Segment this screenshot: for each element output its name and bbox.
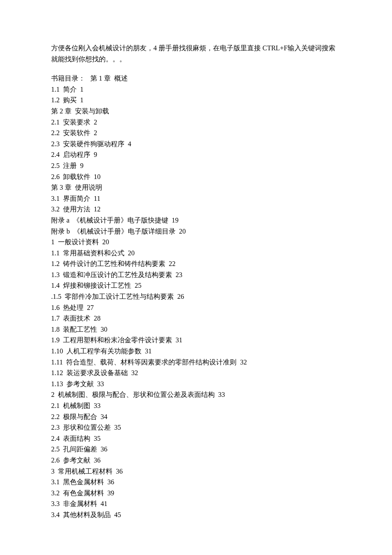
toc-line: 3 常用机械工程材料 36 <box>51 466 341 477</box>
toc-line: 1.2 铸件设计的工艺性和铸件结构要素 22 <box>51 258 341 269</box>
toc-line: 1.1 简介 1 <box>51 84 341 95</box>
toc-line: 2.6 卸载软件 10 <box>51 171 341 182</box>
toc-line: 附录 b 《机械设计手册》电子版详细目录 20 <box>51 226 341 237</box>
toc-line: 2.5 孔间距偏差 36 <box>51 444 341 455</box>
toc-line: 2.1 机械制图 33 <box>51 400 341 411</box>
toc-line: 1.4 焊接和铆接设计工艺性 25 <box>51 280 341 291</box>
toc-line: 1.1 常用基础资料和公式 20 <box>51 248 341 259</box>
toc-line: 1.2 购买 1 <box>51 95 341 106</box>
toc-line: 附录 a 《机械设计手册》电子版快捷键 19 <box>51 215 341 226</box>
toc-line: 2.2 安装软件 2 <box>51 127 341 139</box>
toc-line: 第 2 章 安装与卸载 <box>51 106 341 117</box>
toc-line: 3.3 非金属材料 41 <box>51 498 341 509</box>
toc-line: 1.11 符合造型、载荷、材料等因素要求的零部件结构设计准则 32 <box>51 357 341 368</box>
toc-line: 3.2 有色金属材料 39 <box>51 488 341 499</box>
table-of-contents: 书籍目录： 第 1 章 概述1.1 简介 11.2 购买 1第 2 章 安装与卸… <box>51 73 341 520</box>
toc-line: 3.1 界面简介 11 <box>51 193 341 204</box>
toc-line: 1.7 表面技术 28 <box>51 313 341 324</box>
toc-line: 2.4 表面结构 35 <box>51 433 341 444</box>
toc-line: 1.12 装运要求及设备基础 32 <box>51 367 341 379</box>
toc-line: 2.3 安装硬件狗驱动程序 4 <box>51 139 341 150</box>
toc-line: 1.6 热处理 27 <box>51 302 341 313</box>
toc-line: 2.1 安装要求 2 <box>51 117 341 128</box>
toc-line: 1.8 装配工艺性 30 <box>51 324 341 335</box>
toc-line: .1.5 零部件冷加工设计工艺性与结构要素 26 <box>51 291 341 302</box>
toc-line: 1.9 工程用塑料和粉末冶金零件设计要素 31 <box>51 335 341 346</box>
intro-paragraph: 方便各位刚入会机械设计的朋友，4 册手册找很麻烦，在电子版里直接 CTRL+F输… <box>51 43 341 64</box>
toc-line: 2.4 启动程序 9 <box>51 149 341 160</box>
toc-line: 2.2 极限与配合 34 <box>51 411 341 422</box>
toc-line: 第 3 章 使用说明 <box>51 182 341 193</box>
toc-line: 1.10 人机工程学有关功能参数 31 <box>51 346 341 357</box>
toc-line: 3.1 黑色金属材料 36 <box>51 477 341 488</box>
toc-line: 3.2 使用方法 12 <box>51 204 341 215</box>
toc-line: 2.6 参考文献 36 <box>51 455 341 466</box>
toc-line: 2.3 形状和位置公差 35 <box>51 422 341 433</box>
toc-line: 1 一般设计资料 20 <box>51 237 341 248</box>
toc-line: 2.5 注册 9 <box>51 160 341 171</box>
toc-line: 3.4 其他材料及制品 45 <box>51 509 341 520</box>
toc-line: 2 机械制图、极限与配合、形状和位置公差及表面结构 33 <box>51 389 341 400</box>
toc-line: 1.3 锻造和冲压设计的工艺性及结构要素 23 <box>51 269 341 280</box>
toc-line: 1.13 参考文献 33 <box>51 379 341 390</box>
toc-line: 书籍目录： 第 1 章 概述 <box>51 73 341 84</box>
